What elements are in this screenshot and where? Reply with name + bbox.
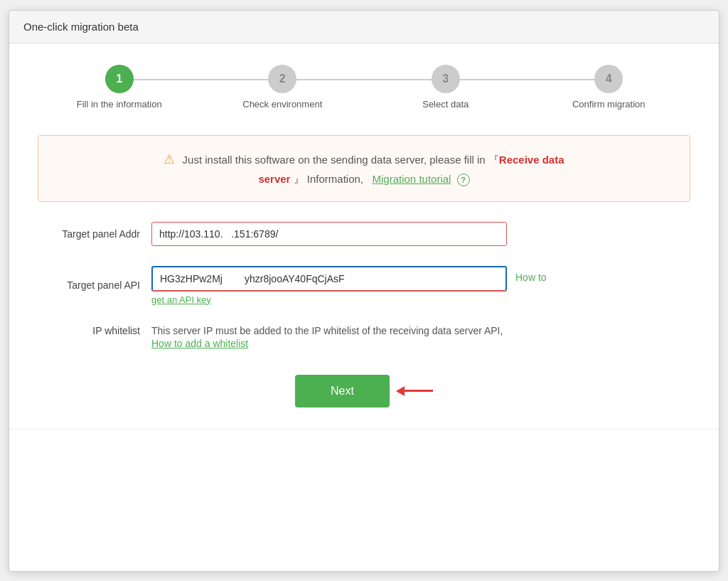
arrow-head-icon bbox=[396, 386, 405, 396]
modal-container: One-click migration beta 1 Fill in the i… bbox=[9, 10, 719, 572]
modal-header: One-click migration beta bbox=[9, 11, 719, 43]
next-button[interactable]: Next bbox=[295, 375, 390, 407]
step-item-1: 1 Fill in the information bbox=[38, 65, 201, 110]
stepper: 1 Fill in the information 2 Check enviro… bbox=[38, 65, 690, 110]
warning-line2: server 』 Information, Migration tutorial… bbox=[55, 170, 673, 188]
modal-footer bbox=[9, 429, 719, 450]
target-api-label: Target panel API bbox=[38, 279, 151, 291]
target-addr-input[interactable] bbox=[151, 222, 507, 246]
ip-whitelist-text: This server IP must be added to the IP w… bbox=[151, 325, 503, 336]
ip-whitelist-text-block: This server IP must be added to the IP w… bbox=[151, 325, 690, 349]
step-label-4: Confirm migration bbox=[572, 99, 646, 110]
arrow-shaft bbox=[405, 390, 433, 392]
step-circle-3: 3 bbox=[432, 65, 460, 93]
target-api-input-wrap: get an API key How to bbox=[151, 266, 690, 305]
warning-icon: ⚠ bbox=[164, 152, 175, 166]
step-circle-4: 4 bbox=[594, 65, 623, 93]
btn-row: Next bbox=[38, 375, 690, 407]
step-label-2: Check environment bbox=[242, 99, 322, 110]
step-circle-2: 2 bbox=[268, 65, 296, 93]
ip-whitelist-label: IP whitelist bbox=[38, 325, 151, 336]
warning-suffix: 』 Information, bbox=[294, 173, 363, 185]
api-row: get an API key How to bbox=[151, 266, 690, 305]
add-whitelist-link[interactable]: How to add a whitelist bbox=[151, 338, 690, 349]
warning-receive-data: Receive data bbox=[499, 154, 564, 166]
step-item-3: 3 Select data bbox=[364, 65, 528, 110]
question-circle-icon[interactable]: ? bbox=[457, 174, 470, 186]
api-input-block: get an API key bbox=[151, 266, 507, 305]
warning-text-prefix: Just install this software on the sendin… bbox=[183, 154, 499, 166]
how-to-link[interactable]: How to bbox=[515, 272, 547, 283]
modal-title: One-click migration beta bbox=[23, 21, 139, 33]
get-api-link[interactable]: get an API key bbox=[151, 294, 507, 305]
step-item-4: 4 Confirm migration bbox=[528, 65, 691, 110]
target-addr-label: Target panel Addr bbox=[38, 228, 151, 240]
modal-body: 1 Fill in the information 2 Check enviro… bbox=[9, 43, 719, 429]
warning-server: server bbox=[258, 173, 290, 185]
step-circle-1: 1 bbox=[105, 65, 134, 93]
step-label-1: Fill in the information bbox=[77, 99, 162, 110]
warning-box: ⚠ Just install this software on the send… bbox=[38, 135, 690, 202]
target-addr-row: Target panel Addr bbox=[38, 222, 690, 246]
ip-whitelist-row: IP whitelist This server IP must be adde… bbox=[38, 325, 690, 349]
target-api-input[interactable] bbox=[151, 266, 507, 292]
arrow-indicator bbox=[397, 386, 433, 396]
target-addr-input-wrap bbox=[151, 222, 690, 246]
step-item-2: 2 Check environment bbox=[201, 65, 365, 110]
step-label-3: Select data bbox=[422, 99, 469, 110]
target-api-row: Target panel API get an API key How to bbox=[38, 266, 690, 305]
migration-tutorial-link[interactable]: Migration tutorial bbox=[373, 173, 451, 185]
warning-line1: ⚠ Just install this software on the send… bbox=[55, 149, 673, 171]
